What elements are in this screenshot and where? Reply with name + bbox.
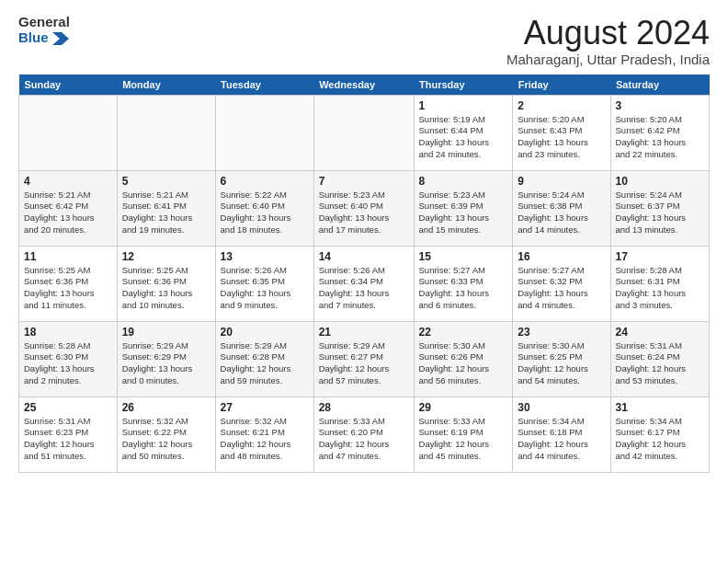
day-info: Sunrise: 5:30 AMSunset: 6:25 PMDaylight:…: [518, 340, 605, 387]
day-info: Sunrise: 5:20 AMSunset: 6:42 PMDaylight:…: [616, 114, 704, 161]
day-number: 13: [221, 250, 309, 263]
col-header-monday: Monday: [117, 75, 215, 96]
day-info: Sunrise: 5:32 AMSunset: 6:22 PMDaylight:…: [122, 416, 210, 463]
calendar-cell: 27Sunrise: 5:32 AMSunset: 6:21 PMDayligh…: [215, 396, 313, 472]
calendar-header-row: SundayMondayTuesdayWednesdayThursdayFrid…: [19, 75, 710, 96]
day-info: Sunrise: 5:32 AMSunset: 6:21 PMDaylight:…: [221, 416, 309, 463]
col-header-wednesday: Wednesday: [313, 75, 414, 96]
calendar-cell: 30Sunrise: 5:34 AMSunset: 6:18 PMDayligh…: [513, 396, 610, 472]
col-header-friday: Friday: [513, 75, 610, 96]
day-info: Sunrise: 5:28 AMSunset: 6:31 PMDaylight:…: [616, 265, 704, 312]
day-number: 2: [518, 99, 605, 112]
day-number: 11: [24, 250, 112, 263]
day-info: Sunrise: 5:31 AMSunset: 6:23 PMDaylight:…: [24, 416, 112, 463]
day-info: Sunrise: 5:26 AMSunset: 6:35 PMDaylight:…: [221, 265, 309, 312]
week-row-2: 4Sunrise: 5:21 AMSunset: 6:42 PMDaylight…: [19, 170, 710, 246]
day-info: Sunrise: 5:29 AMSunset: 6:27 PMDaylight:…: [319, 340, 409, 387]
calendar-cell: 26Sunrise: 5:32 AMSunset: 6:22 PMDayligh…: [117, 396, 215, 472]
day-number: 18: [24, 326, 112, 339]
day-info: Sunrise: 5:19 AMSunset: 6:44 PMDaylight:…: [419, 114, 508, 161]
day-info: Sunrise: 5:24 AMSunset: 6:38 PMDaylight:…: [518, 190, 605, 236]
day-number: 10: [616, 175, 704, 188]
day-info: Sunrise: 5:34 AMSunset: 6:18 PMDaylight:…: [518, 416, 605, 463]
day-number: 9: [518, 175, 605, 188]
calendar-cell: 4Sunrise: 5:21 AMSunset: 6:42 PMDaylight…: [19, 170, 118, 246]
day-number: 15: [419, 250, 508, 263]
calendar-cell: 15Sunrise: 5:27 AMSunset: 6:33 PMDayligh…: [414, 246, 513, 321]
month-title: August 2024: [506, 15, 710, 52]
calendar-cell: 10Sunrise: 5:24 AMSunset: 6:37 PMDayligh…: [610, 170, 709, 246]
calendar-cell: [19, 95, 118, 170]
day-number: 12: [122, 250, 210, 263]
page-header: General Blue August 2024 Maharaganj, Utt…: [18, 15, 710, 67]
calendar-cell: 21Sunrise: 5:29 AMSunset: 6:27 PMDayligh…: [313, 321, 414, 396]
calendar-cell: 28Sunrise: 5:33 AMSunset: 6:20 PMDayligh…: [313, 396, 414, 472]
calendar-cell: 23Sunrise: 5:30 AMSunset: 6:25 PMDayligh…: [513, 321, 610, 396]
logo: General Blue: [18, 15, 70, 45]
day-info: Sunrise: 5:28 AMSunset: 6:30 PMDaylight:…: [24, 340, 112, 387]
day-info: Sunrise: 5:29 AMSunset: 6:28 PMDaylight:…: [221, 340, 309, 387]
day-info: Sunrise: 5:21 AMSunset: 6:42 PMDaylight:…: [24, 190, 112, 236]
calendar-cell: 2Sunrise: 5:20 AMSunset: 6:43 PMDaylight…: [513, 95, 610, 170]
day-number: 20: [221, 326, 309, 339]
col-header-sunday: Sunday: [19, 75, 118, 96]
day-number: 24: [616, 326, 704, 339]
calendar-cell: 16Sunrise: 5:27 AMSunset: 6:32 PMDayligh…: [513, 246, 610, 321]
day-number: 4: [24, 175, 112, 188]
col-header-thursday: Thursday: [414, 75, 513, 96]
calendar-cell: 13Sunrise: 5:26 AMSunset: 6:35 PMDayligh…: [215, 246, 313, 321]
day-info: Sunrise: 5:24 AMSunset: 6:37 PMDaylight:…: [616, 190, 704, 236]
calendar-cell: 31Sunrise: 5:34 AMSunset: 6:17 PMDayligh…: [610, 396, 709, 472]
day-number: 27: [221, 401, 309, 414]
calendar-cell: [215, 95, 313, 170]
day-info: Sunrise: 5:23 AMSunset: 6:40 PMDaylight:…: [319, 190, 409, 236]
day-number: 6: [221, 175, 309, 188]
calendar-cell: 8Sunrise: 5:23 AMSunset: 6:39 PMDaylight…: [414, 170, 513, 246]
col-header-tuesday: Tuesday: [215, 75, 313, 96]
calendar-cell: 5Sunrise: 5:21 AMSunset: 6:41 PMDaylight…: [117, 170, 215, 246]
calendar-cell: 14Sunrise: 5:26 AMSunset: 6:34 PMDayligh…: [313, 246, 414, 321]
location: Maharaganj, Uttar Pradesh, India: [506, 52, 710, 67]
day-number: 19: [122, 326, 210, 339]
day-number: 3: [616, 99, 704, 112]
day-number: 14: [319, 250, 409, 263]
day-number: 8: [419, 175, 508, 188]
calendar-cell: 1Sunrise: 5:19 AMSunset: 6:44 PMDaylight…: [414, 95, 513, 170]
day-info: Sunrise: 5:25 AMSunset: 6:36 PMDaylight:…: [122, 265, 210, 312]
calendar-table: SundayMondayTuesdayWednesdayThursdayFrid…: [18, 75, 710, 473]
calendar-cell: 9Sunrise: 5:24 AMSunset: 6:38 PMDaylight…: [513, 170, 610, 246]
day-info: Sunrise: 5:34 AMSunset: 6:17 PMDaylight:…: [616, 416, 704, 463]
week-row-4: 18Sunrise: 5:28 AMSunset: 6:30 PMDayligh…: [19, 321, 710, 396]
day-info: Sunrise: 5:25 AMSunset: 6:36 PMDaylight:…: [24, 265, 112, 312]
svg-marker-0: [52, 32, 69, 45]
day-info: Sunrise: 5:30 AMSunset: 6:26 PMDaylight:…: [419, 340, 508, 387]
day-info: Sunrise: 5:22 AMSunset: 6:40 PMDaylight:…: [221, 190, 309, 236]
calendar-cell: 3Sunrise: 5:20 AMSunset: 6:42 PMDaylight…: [610, 95, 709, 170]
calendar-cell: 25Sunrise: 5:31 AMSunset: 6:23 PMDayligh…: [19, 396, 118, 472]
calendar-cell: 6Sunrise: 5:22 AMSunset: 6:40 PMDaylight…: [215, 170, 313, 246]
calendar-cell: 18Sunrise: 5:28 AMSunset: 6:30 PMDayligh…: [19, 321, 118, 396]
day-info: Sunrise: 5:33 AMSunset: 6:20 PMDaylight:…: [319, 416, 409, 463]
week-row-3: 11Sunrise: 5:25 AMSunset: 6:36 PMDayligh…: [19, 246, 710, 321]
logo-blue: Blue: [18, 30, 70, 46]
day-number: 17: [616, 250, 704, 263]
day-number: 25: [24, 401, 112, 414]
day-number: 21: [319, 326, 409, 339]
calendar-cell: 17Sunrise: 5:28 AMSunset: 6:31 PMDayligh…: [610, 246, 709, 321]
day-info: Sunrise: 5:31 AMSunset: 6:24 PMDaylight:…: [616, 340, 704, 387]
calendar-cell: 24Sunrise: 5:31 AMSunset: 6:24 PMDayligh…: [610, 321, 709, 396]
calendar-cell: 22Sunrise: 5:30 AMSunset: 6:26 PMDayligh…: [414, 321, 513, 396]
day-number: 26: [122, 401, 210, 414]
day-number: 7: [319, 175, 409, 188]
calendar-body: 1Sunrise: 5:19 AMSunset: 6:44 PMDaylight…: [19, 95, 710, 472]
day-info: Sunrise: 5:23 AMSunset: 6:39 PMDaylight:…: [419, 190, 508, 236]
calendar-cell: [117, 95, 215, 170]
day-info: Sunrise: 5:27 AMSunset: 6:32 PMDaylight:…: [518, 265, 605, 312]
title-area: August 2024 Maharaganj, Uttar Pradesh, I…: [506, 15, 710, 67]
day-number: 5: [122, 175, 210, 188]
week-row-5: 25Sunrise: 5:31 AMSunset: 6:23 PMDayligh…: [19, 396, 710, 472]
day-info: Sunrise: 5:20 AMSunset: 6:43 PMDaylight:…: [518, 114, 605, 161]
calendar-cell: [313, 95, 414, 170]
day-number: 16: [518, 250, 605, 263]
calendar-cell: 11Sunrise: 5:25 AMSunset: 6:36 PMDayligh…: [19, 246, 118, 321]
